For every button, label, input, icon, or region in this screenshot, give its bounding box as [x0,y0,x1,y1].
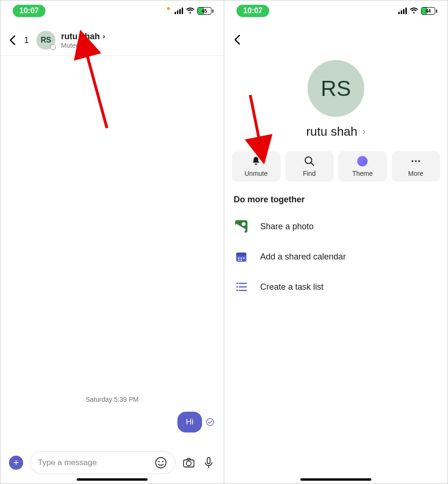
svg-point-3 [158,461,160,462]
cellular-icon [175,8,183,14]
svg-rect-7 [207,458,210,464]
chat-body: Saturday 5:39 PM Hi [0,56,224,451]
location-dot-icon [167,7,170,10]
contact-details-screen: 10:07 44 RS rutu shah › [224,0,448,484]
chevron-right-icon: › [362,126,366,138]
svg-point-21 [237,286,238,287]
svg-point-15 [241,258,242,259]
details-header [224,21,448,49]
more-button[interactable]: More [392,151,440,182]
back-button[interactable] [232,35,242,45]
svg-point-2 [156,458,166,468]
mic-icon[interactable] [202,456,215,469]
back-button[interactable] [7,35,18,45]
theme-button[interactable]: Theme [338,151,387,182]
svg-point-17 [238,259,239,261]
svg-point-6 [186,461,191,466]
search-icon [304,156,315,167]
action-label: Find [303,170,316,177]
option-label: Add a shared calendar [260,252,346,262]
avatar-large[interactable]: RS [307,60,364,117]
message-bubble[interactable]: Hi [177,412,202,432]
action-label: Unmute [245,170,268,177]
svg-rect-13 [236,252,246,255]
status-time: 10:07 [13,5,45,17]
contact-name: rutu shah [61,32,100,42]
svg-point-1 [207,419,214,426]
more-icon [410,156,422,167]
unread-count: 1 [24,35,29,45]
battery-icon: 45 [197,7,213,15]
emoji-icon[interactable] [154,456,167,469]
message-placeholder: Type a message [38,458,97,467]
avatar[interactable]: RS [36,31,55,50]
message-timestamp: Saturday 5:39 PM [10,396,214,403]
tasklist-icon [235,280,248,294]
message-input[interactable]: Type a message [30,451,176,474]
option-label: Create a task list [260,282,324,292]
cellular-icon [398,8,407,14]
status-bar: 10:07 44 [224,0,448,21]
home-indicator [77,478,148,481]
calendar-icon [235,250,248,263]
muted-label: Muted [61,42,105,49]
shared-calendar-option[interactable]: Add a shared calendar [224,242,448,272]
wifi-icon [186,8,194,14]
bell-icon [250,156,262,167]
battery-icon: 44 [421,7,437,15]
presence-icon [50,44,56,50]
camera-icon[interactable] [182,456,195,469]
status-icons: 44 [398,7,437,15]
plus-button[interactable]: + [9,456,23,470]
action-label: More [408,170,423,177]
task-list-option[interactable]: Create a task list [224,272,448,302]
status-time: 10:07 [237,5,269,17]
unmute-button[interactable]: Unmute [232,151,281,182]
chevron-right-icon: › [103,32,105,41]
status-bar: 10:07 45 [0,0,224,21]
share-photo-option[interactable]: Share a photo [224,211,448,242]
svg-point-23 [237,290,238,291]
chat-header[interactable]: 1 RS rutu shah › Muted [0,21,224,56]
contact-title-block[interactable]: rutu shah › Muted [61,32,105,49]
svg-point-4 [162,461,164,462]
action-row: Unmute Find Theme More [224,151,448,182]
message-read-icon [206,418,214,426]
message-row: Hi [10,412,214,432]
svg-point-19 [237,283,238,284]
svg-point-14 [238,258,239,259]
contact-name: rutu shah [306,124,357,139]
status-icons: 45 [167,7,213,15]
section-title: Do more together [224,182,448,211]
wifi-icon [410,8,418,14]
chat-screen: 10:07 45 1 RS [0,0,224,484]
svg-point-18 [241,259,242,261]
option-label: Share a photo [260,222,314,232]
action-label: Theme [352,170,373,177]
theme-icon [357,156,368,167]
avatar-initials: RS [41,36,51,44]
contact-name-row[interactable]: rutu shah › [224,124,448,139]
svg-line-11 [311,163,314,165]
find-button[interactable]: Find [285,151,334,182]
svg-point-16 [243,258,245,259]
home-indicator [300,478,371,481]
avatar-initials: RS [321,76,351,101]
photo-icon [235,220,248,233]
